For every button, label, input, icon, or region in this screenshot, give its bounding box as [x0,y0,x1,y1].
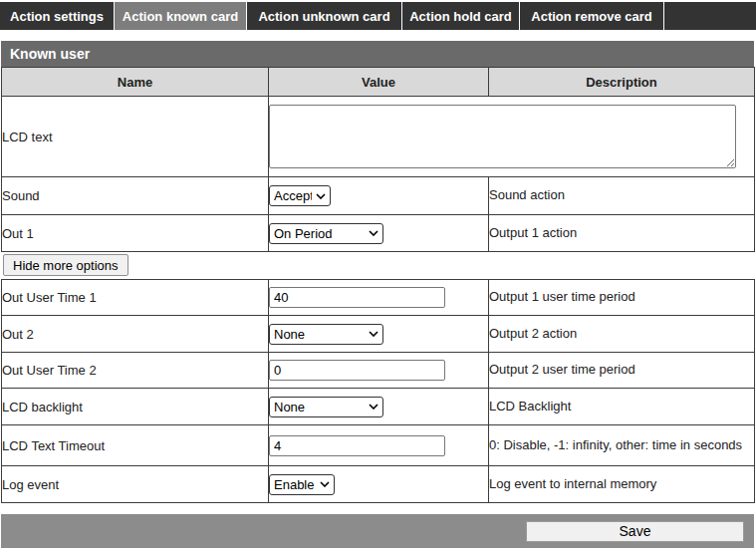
row-label-sound: Sound [2,177,269,215]
out-user-time2-input[interactable] [269,360,445,381]
tab-action-unknown-card[interactable]: Action unknown card [247,2,402,30]
header-value: Value [269,68,489,97]
hide-more-options-button[interactable]: Hide more options [3,254,128,276]
section-title: Known user [1,41,754,67]
row-label-out1: Out 1 [2,215,269,252]
row-description-sound: Sound action [489,177,755,215]
row-label-out2: Out 2 [2,316,269,353]
row-description-out1: Output 1 action [489,215,755,252]
row-label-out-user-time2: Out User Time 2 [2,353,269,389]
save-button[interactable]: Save [526,521,744,542]
table-row: LCD Text Timeout 0: Disable, -1: infinit… [2,425,755,466]
tab-action-known-card[interactable]: Action known card [115,2,247,30]
lcd-backlight-select[interactable]: None [269,397,383,417]
row-description-lcd-text-timeout: 0: Disable, -1: infinity, other: time in… [489,425,755,466]
more-options-table: Out User Time 1 Output 1 user time perio… [1,279,755,503]
table-row: Out 2 None Output 2 action [2,316,755,353]
table-row: LCD backlight None LCD Backlight [2,389,755,425]
tab-bar: Action settings Action known card Action… [0,2,756,30]
out-user-time1-input[interactable] [269,287,445,308]
header-description: Description [489,68,755,97]
log-event-select[interactable]: Enable [269,474,335,495]
out1-select[interactable]: On Period [269,223,383,244]
footer-bar: Save [1,514,754,548]
row-label-lcd-backlight: LCD backlight [2,389,269,425]
table-header-row: Name Value Description [2,68,755,97]
table-row: LCD text [2,97,755,177]
table-row: Log event Enable Log event to internal m… [2,466,755,503]
tab-action-remove-card[interactable]: Action remove card [520,2,664,30]
lcd-text-timeout-input[interactable] [269,435,445,456]
table-row: Sound Accept Sound action [2,177,755,215]
header-name: Name [2,68,269,97]
tab-action-settings[interactable]: Action settings [0,2,115,30]
row-description-lcd-backlight: LCD Backlight [489,389,755,425]
row-description-out-user-time1: Output 1 user time period [489,280,755,316]
lcd-text-textarea[interactable] [269,105,736,168]
table-row: Out User Time 2 Output 2 user time perio… [2,353,755,389]
settings-page: Action settings Action known card Action… [0,0,756,551]
tab-bar-filler [664,2,756,30]
tab-action-hold-card[interactable]: Action hold card [402,2,520,30]
row-description-log-event: Log event to internal memory [489,466,755,503]
toggle-options-row: Hide more options [0,252,756,279]
known-user-table: Name Value Description LCD text Sound Ac… [1,67,755,252]
table-row: Out 1 On Period Output 1 action [2,215,755,252]
row-label-log-event: Log event [2,466,269,503]
row-description-out2: Output 2 action [489,316,755,353]
out2-select[interactable]: None [269,324,383,345]
row-label-lcd-text-timeout: LCD Text Timeout [2,425,269,466]
row-label-out-user-time1: Out User Time 1 [2,280,269,316]
row-label-lcd-text: LCD text [2,97,269,177]
lcd-text-cell [269,97,755,177]
row-description-out-user-time2: Output 2 user time period [489,353,755,389]
sound-select[interactable]: Accept [269,185,331,206]
table-row: Out User Time 1 Output 1 user time perio… [2,280,755,316]
